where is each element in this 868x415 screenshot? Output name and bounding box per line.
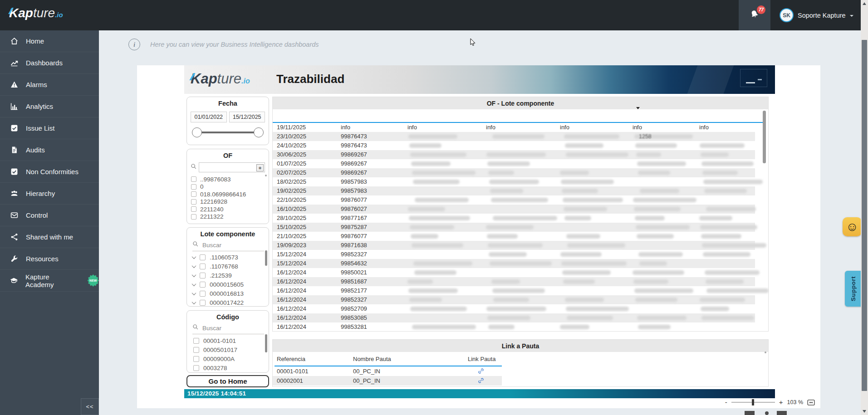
- table-row[interactable]: 19/02/202599857983: [273, 186, 755, 195]
- checkbox[interactable]: [191, 206, 196, 212]
- fit-to-screen-icon[interactable]: [807, 400, 815, 405]
- filter-tree-item[interactable]: .11060573: [187, 253, 269, 262]
- column-header[interactable]: Referencia: [277, 356, 305, 362]
- filter-list-item[interactable]: 0: [187, 183, 269, 191]
- table-row[interactable]: 16/12/202499853281: [273, 322, 755, 332]
- table-row[interactable]: 16/12/202499852327: [273, 295, 755, 304]
- table-row[interactable]: 15/10/202599875287: [273, 223, 755, 232]
- date-end-input[interactable]: 15/12/2025: [229, 112, 265, 122]
- column-header[interactable]: Nombre Pauta: [353, 356, 391, 362]
- checkbox[interactable]: [191, 214, 196, 220]
- sidebar-item[interactable]: Issue List: [0, 117, 99, 139]
- table-row[interactable]: 15/12/202499852327: [273, 250, 755, 259]
- sidebar-item[interactable]: Shared with me: [0, 226, 99, 248]
- zoom-slider-thumb[interactable]: [752, 399, 754, 405]
- table-row[interactable]: 21/10/202599876077: [273, 232, 755, 241]
- slider-handle-start[interactable]: [192, 127, 202, 137]
- scrollbar-thumb[interactable]: [862, 40, 867, 391]
- select-all-icon[interactable]: ∗: [256, 164, 264, 171]
- table-row[interactable]: 16/12/202499850021: [273, 268, 755, 277]
- chevron-down-icon[interactable]: [192, 300, 196, 304]
- link-icon[interactable]: [478, 377, 484, 386]
- checkbox[interactable]: [191, 199, 196, 205]
- scrollbar-thumb[interactable]: [265, 334, 267, 352]
- chevron-down-icon[interactable]: [192, 291, 196, 295]
- link-icon[interactable]: [478, 368, 484, 376]
- sidebar-item[interactable]: Home: [0, 30, 99, 52]
- checkbox[interactable]: [191, 184, 196, 190]
- checkbox[interactable]: [191, 191, 196, 197]
- column-header[interactable]: Link Pauta: [468, 356, 495, 362]
- filter-list-item[interactable]: 2211240: [187, 205, 269, 213]
- table-row[interactable]: 18/02/202599857983: [273, 177, 755, 186]
- of-search-input[interactable]: [199, 163, 265, 172]
- table-row[interactable]: 02/07/202599869267: [273, 168, 755, 177]
- checkbox[interactable]: [193, 365, 199, 371]
- chevron-down-icon[interactable]: [192, 264, 196, 268]
- sidebar-item[interactable]: Resources: [0, 248, 99, 270]
- table-row[interactable]: 16/10/202599876027: [273, 205, 755, 214]
- sidebar-item[interactable]: Audits: [0, 139, 99, 161]
- go-to-home-button[interactable]: Go to Home: [186, 375, 269, 387]
- filter-list-item[interactable]: 018.0699866416: [187, 190, 269, 198]
- checkbox[interactable]: [193, 338, 199, 344]
- sidebar-item[interactable]: Kapture Academy NEW: [0, 270, 99, 292]
- filter-tree-item[interactable]: 0000016813: [187, 289, 269, 298]
- checkbox[interactable]: [193, 347, 199, 353]
- codigo-search-input[interactable]: Buscar: [192, 324, 264, 334]
- table-row[interactable]: 16/12/202499853085: [273, 313, 755, 322]
- lote-search-input[interactable]: Buscar: [192, 241, 264, 251]
- table-row[interactable]: 00002001 00_PC_IN: [273, 376, 502, 386]
- table-row[interactable]: 00001-0101 00_PC_IN: [273, 366, 502, 376]
- scroll-up-arrow[interactable]: [863, 2, 866, 5]
- checkbox[interactable]: [200, 273, 206, 278]
- chevron-down-icon[interactable]: [192, 254, 196, 259]
- user-menu[interactable]: SK Soporte Kapture: [780, 0, 853, 30]
- filter-list-item[interactable]: 12216928: [187, 198, 269, 206]
- slider-handle-end[interactable]: [254, 127, 264, 137]
- scrollbar-thumb[interactable]: [765, 352, 766, 353]
- filter-tree-item[interactable]: .212539: [187, 271, 269, 280]
- zoom-in-button[interactable]: +: [779, 400, 783, 405]
- zoom-slider[interactable]: [731, 402, 775, 403]
- sidebar-item[interactable]: Dashboards: [0, 52, 99, 74]
- sidebar-item[interactable]: Analytics: [0, 96, 99, 117]
- sidebar-collapse-button[interactable]: <<: [81, 398, 99, 415]
- table-row[interactable]: 23/10/2025998764731258: [273, 132, 755, 141]
- checkbox[interactable]: [200, 282, 206, 288]
- table-row[interactable]: 01/07/202599869267: [273, 159, 755, 168]
- table-row[interactable]: 30/06/202599869267: [273, 150, 755, 159]
- scrollbar-thumb[interactable]: [265, 250, 267, 266]
- table-row[interactable]: 19/11/2025infoinfoinfoinfoinfoinfo: [273, 123, 755, 132]
- scroll-down-arrow[interactable]: [863, 410, 866, 413]
- feedback-smiley-button[interactable]: ☺: [843, 217, 862, 236]
- table-row[interactable]: 15/12/202499854632: [273, 259, 755, 268]
- filter-tree-item[interactable]: 0000015605: [187, 280, 269, 289]
- checkbox[interactable]: [200, 264, 206, 269]
- filter-list-item[interactable]: 2211322: [187, 213, 269, 221]
- checkbox[interactable]: [200, 300, 206, 306]
- date-start-input[interactable]: 01/01/2022: [191, 112, 227, 122]
- chevron-down-icon[interactable]: [192, 282, 196, 286]
- scrollbar-thumb[interactable]: [265, 175, 267, 176]
- filter-list-item[interactable]: 00107-0001: [187, 372, 269, 373]
- table-row[interactable]: 24/10/202599876473: [273, 141, 755, 150]
- checkbox[interactable]: [193, 356, 199, 362]
- scrollbar-thumb[interactable]: [763, 111, 766, 163]
- table-row[interactable]: 16/12/202499852177: [273, 286, 755, 295]
- support-tab[interactable]: Support: [845, 271, 862, 307]
- sidebar-item[interactable]: Hierarchy: [0, 183, 99, 205]
- table-row[interactable]: 16/12/202499852709: [273, 304, 755, 313]
- sidebar-item[interactable]: Control: [0, 205, 99, 226]
- filter-list-item[interactable]: ..99876083: [187, 176, 269, 183]
- sidebar-item[interactable]: Non Conformities: [0, 161, 99, 183]
- notifications-button[interactable]: 77: [739, 0, 770, 30]
- filter-tree-item[interactable]: 0000017422: [187, 298, 269, 307]
- filter-list-item[interactable]: 0003278: [187, 363, 269, 372]
- table-row[interactable]: 22/10/202599876077: [273, 195, 755, 205]
- slider-track[interactable]: [198, 132, 258, 133]
- checkbox[interactable]: [200, 254, 206, 260]
- sidebar-item[interactable]: Alarms: [0, 74, 99, 96]
- chevron-down-icon[interactable]: [192, 273, 196, 277]
- table-row[interactable]: 16/12/202499851687: [273, 277, 755, 286]
